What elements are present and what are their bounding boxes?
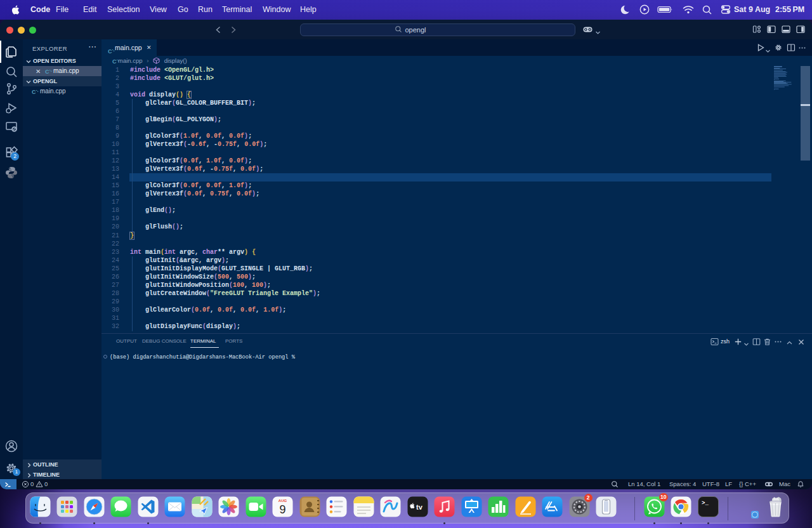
svg-text:AUG: AUG (278, 499, 287, 503)
svg-text:C: C (45, 69, 49, 75)
svg-text:C: C (32, 89, 36, 95)
svg-text:C: C (112, 58, 117, 65)
svg-text:tv: tv (416, 503, 423, 511)
svg-text:9: 9 (279, 503, 285, 516)
svg-text:>_: >_ (702, 500, 709, 506)
svg-text:C: C (108, 48, 112, 55)
